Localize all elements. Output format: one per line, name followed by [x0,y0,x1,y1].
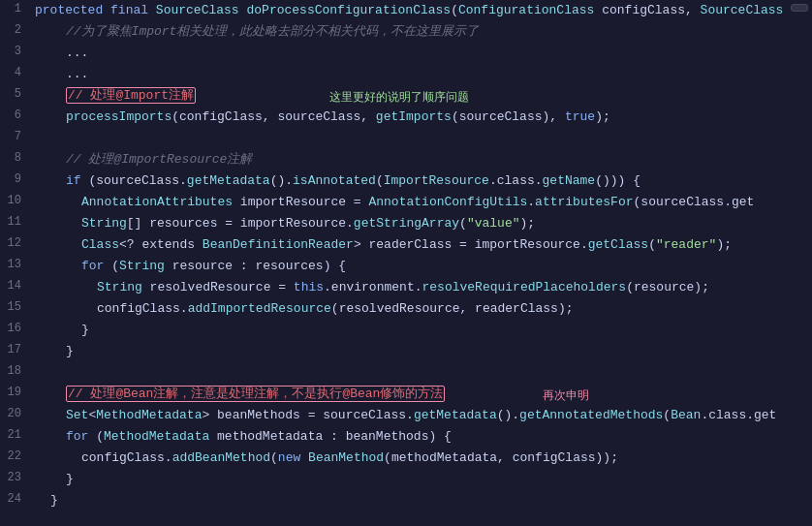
line-content: protected final SourceClass doProcessCon… [31,1,812,20]
line-content: configClass.addBeanMethod(new BeanMethod… [31,449,812,468]
line-number: 10 [0,193,31,207]
table-row: 11String[] resources = importResource.ge… [0,213,812,234]
line-content: // 处理@ImportResource注解 [31,150,812,170]
line-number: 9 [0,171,31,186]
line-content: //为了聚焦Import相关处理，此处略去部分不相关代码，不在这里展示了 [31,22,812,42]
table-row: 10AnnotationAttributes importResource = … [0,192,812,213]
table-row: 19// 处理@Bean注解，注意是处理注解，不是执行@Bean修饰的方法 [0,384,812,405]
line-number: 14 [0,278,31,293]
line-number: 17 [0,342,31,356]
line-number: 2 [0,22,31,37]
line-number: 19 [0,385,31,399]
copy-button[interactable] [791,4,808,12]
code-lines: 1protected final SourceClass doProcessCo… [0,0,812,511]
line-content: } [31,321,812,340]
highlight-box: // 处理@Import注解 [66,87,196,104]
table-row: 17} [0,341,812,362]
line-number: 15 [0,299,31,314]
table-row: 1protected final SourceClass doProcessCo… [0,0,812,21]
line-number: 4 [0,65,31,79]
table-row: 14String resolvedResource = this.environ… [0,277,812,298]
line-content: } [31,470,812,489]
table-row: 6processImports(configClass, sourceClass… [0,107,812,128]
line-number: 8 [0,150,31,165]
line-number: 16 [0,321,31,335]
table-row: 7 [0,128,812,149]
line-number: 18 [0,363,31,378]
table-row: 24} [0,490,812,511]
table-row: 9if (sourceClass.getMetadata().isAnnotat… [0,170,812,192]
table-row: 4... [0,64,812,85]
line-number: 13 [0,257,31,271]
line-content: if (sourceClass.getMetadata().isAnnotate… [31,171,812,191]
line-content: ... [31,65,812,84]
line-content: } [31,342,812,361]
line-content: Set<MethodMetadata> beanMethods = source… [31,406,812,425]
line-content: for (MethodMetadata methodMetadata : bea… [31,427,812,447]
line-number: 11 [0,214,31,229]
table-row: 16} [0,320,812,341]
table-row: 21for (MethodMetadata methodMetadata : b… [0,426,812,448]
line-content: String[] resources = importResource.getS… [31,214,812,233]
table-row: 13for (String resource : resources) { [0,256,812,277]
line-content: String resolvedResource = this.environme… [31,278,812,297]
line-content: Class<? extends BeanDefinitionReader> re… [31,235,812,255]
side-note: 再次申明 [543,387,589,404]
code-container: 1protected final SourceClass doProcessCo… [0,0,812,526]
table-row: 20Set<MethodMetadata> beanMethods = sour… [0,405,812,426]
line-number: 21 [0,427,31,442]
table-row: 3... [0,43,812,64]
table-row: 12Class<? extends BeanDefinitionReader> … [0,234,812,256]
table-row: 15configClass.addImportedResource(resolv… [0,298,812,320]
line-number: 23 [0,470,31,484]
line-number: 5 [0,86,31,101]
line-number: 20 [0,406,31,420]
line-number: 22 [0,449,31,463]
line-content: AnnotationAttributes importResource = An… [31,193,812,212]
line-content: processImports(configClass, sourceClass,… [31,108,812,127]
line-content: for (String resource : resources) { [31,257,812,276]
line-number: 1 [0,1,31,15]
table-row: 18 [0,362,812,384]
table-row: 22configClass.addBeanMethod(new BeanMeth… [0,448,812,469]
highlight-box: // 处理@Bean注解，注意是处理注解，不是执行@Bean修饰的方法 [66,386,445,402]
line-content: } [31,491,812,511]
table-row: 23} [0,469,812,490]
line-number: 12 [0,235,31,250]
line-content: configClass.addImportedResource(resolved… [31,299,812,319]
table-row: 8// 处理@ImportResource注解 [0,149,812,170]
side-note: 这里更好的说明了顺序问题 [329,89,469,106]
line-number: 3 [0,44,31,58]
line-content: ... [31,44,812,63]
line-number: 6 [0,108,31,122]
line-number: 24 [0,491,31,506]
line-content: // 处理@Bean注解，注意是处理注解，不是执行@Bean修饰的方法 [31,385,812,404]
table-row: 2//为了聚焦Import相关处理，此处略去部分不相关代码，不在这里展示了 [0,21,812,43]
line-number: 7 [0,129,31,143]
